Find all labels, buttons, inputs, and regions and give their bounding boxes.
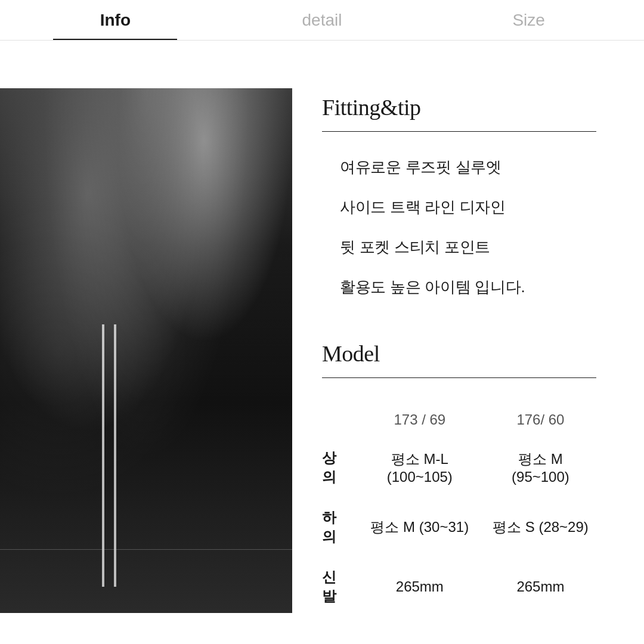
- model-section: Model 173 / 69 176/ 60 상의 평소 M-L (100~10…: [322, 340, 596, 617]
- model-row-shoes-label: 신발: [322, 557, 355, 617]
- info-panel: Fitting&tip 여유로운 루즈핏 실루엣 사이드 트랙 라인 디자인 뒷…: [292, 88, 620, 640]
- fitting-title: Fitting&tip: [322, 94, 596, 120]
- tab-info[interactable]: Info: [12, 0, 219, 40]
- model-table: 173 / 69 176/ 60 상의 평소 M-L (100~105) 평소 …: [322, 402, 596, 617]
- model-row-top-col2: 평소 M (95~100): [485, 438, 596, 497]
- model-row-bottom-col2: 평소 S (28~29): [485, 497, 596, 557]
- tip-item-1: 여유로운 루즈핏 실루엣: [340, 156, 596, 179]
- model-title: Model: [322, 340, 596, 367]
- model-row-top-label: 상의: [322, 438, 355, 497]
- main-content: Fitting&tip 여유로운 루즈핏 실루엣 사이드 트랙 라인 디자인 뒷…: [0, 41, 644, 644]
- fitting-section: Fitting&tip 여유로운 루즈핏 실루엣 사이드 트랙 라인 디자인 뒷…: [322, 94, 596, 335]
- model-row-shoes-col1: 265mm: [355, 557, 485, 617]
- tab-detail[interactable]: detail: [219, 0, 426, 40]
- model-row-bottom-label: 하의: [322, 497, 355, 557]
- model-col-label: [322, 402, 355, 438]
- model-row-top: 상의 평소 M-L (100~105) 평소 M (95~100): [322, 438, 596, 497]
- model-header-row: 173 / 69 176/ 60: [322, 402, 596, 438]
- model-row-top-col1: 평소 M-L (100~105): [355, 438, 485, 497]
- fitting-tips-list: 여유로운 루즈핏 실루엣 사이드 트랙 라인 디자인 뒷 포켓 스티치 포인트 …: [322, 156, 596, 299]
- model-col-2: 176/ 60: [485, 402, 596, 438]
- model-row-bottom-col1: 평소 M (30~31): [355, 497, 485, 557]
- model-row-shoes-col2: 265mm: [485, 557, 596, 617]
- model-divider: [322, 377, 596, 378]
- tip-item-2: 사이드 트랙 라인 디자인: [340, 196, 596, 219]
- tip-item-3: 뒷 포켓 스티치 포인트: [340, 236, 596, 259]
- product-image: [0, 88, 292, 613]
- model-row-shoes: 신발 265mm 265mm: [322, 557, 596, 617]
- tip-item-4: 활용도 높은 아이템 입니다.: [340, 275, 596, 299]
- fitting-divider: [322, 131, 596, 132]
- model-col-1: 173 / 69: [355, 402, 485, 438]
- model-row-bottom: 하의 평소 M (30~31) 평소 S (28~29): [322, 497, 596, 557]
- tab-navigation: Info detail Size: [0, 0, 644, 41]
- tab-size[interactable]: Size: [425, 0, 632, 40]
